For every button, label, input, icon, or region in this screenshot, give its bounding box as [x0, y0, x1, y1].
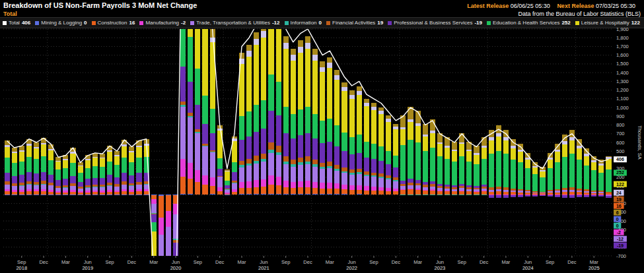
bar-segment[interactable] [400, 190, 406, 195]
bar-segment[interactable] [276, 28, 281, 82]
bar-segment[interactable] [341, 133, 347, 152]
bar-segment[interactable] [210, 194, 215, 195]
bar-segment[interactable] [136, 158, 141, 173]
bar-segment[interactable] [371, 177, 376, 187]
bar-segment[interactable] [19, 195, 24, 195]
bar-segment[interactable] [276, 152, 281, 156]
bar-segment[interactable] [225, 169, 230, 171]
bar-segment[interactable] [70, 163, 75, 176]
bar-segment[interactable] [408, 189, 413, 195]
bar-segment[interactable] [100, 185, 105, 187]
bar-segment[interactable] [291, 164, 296, 166]
bar-segment[interactable] [276, 194, 281, 195]
bar-segment[interactable] [371, 175, 376, 177]
bar-segment[interactable] [474, 189, 479, 191]
bar-segment[interactable] [386, 122, 391, 151]
bar-segment[interactable] [291, 194, 296, 195]
bar-segment[interactable] [459, 156, 464, 184]
bar-segment[interactable] [129, 183, 134, 186]
bar-segment[interactable] [415, 142, 421, 180]
bar-segment[interactable] [78, 193, 83, 195]
bar-segment[interactable] [591, 160, 596, 162]
bar-segment[interactable] [598, 192, 604, 193]
bar-segment[interactable] [511, 146, 516, 148]
bar-segment[interactable] [334, 189, 340, 194]
bar-segment[interactable] [34, 147, 39, 148]
bar-segment[interactable] [408, 185, 413, 189]
bar-segment[interactable] [261, 179, 266, 187]
bar-segment[interactable] [5, 181, 10, 184]
bar-segment[interactable] [482, 146, 487, 148]
bar-segment[interactable] [180, 159, 186, 176]
bar-segment[interactable] [195, 132, 200, 133]
bar-segment[interactable] [437, 184, 443, 187]
bar-segment[interactable] [291, 138, 296, 160]
bar-segment[interactable] [591, 170, 596, 191]
bar-segment[interactable] [254, 32, 259, 39]
bar-segment[interactable] [459, 144, 464, 156]
bar-segment[interactable] [364, 158, 369, 171]
bar-segment[interactable] [445, 191, 450, 195]
bar-segment[interactable] [12, 192, 17, 195]
bar-segment[interactable] [555, 162, 560, 189]
bar-segment[interactable] [180, 107, 186, 159]
bar-segment[interactable] [12, 153, 17, 162]
bar-segment[interactable] [606, 195, 611, 197]
bar-segment[interactable] [195, 133, 200, 170]
bar-segment[interactable] [518, 189, 523, 191]
bar-segment[interactable] [159, 235, 164, 273]
bar-segment[interactable] [283, 187, 289, 194]
bar-segment[interactable] [55, 191, 61, 193]
bar-segment[interactable] [151, 213, 157, 214]
bar-segment[interactable] [334, 165, 340, 169]
bar-segment[interactable] [327, 119, 332, 142]
bar-segment[interactable] [606, 157, 611, 159]
bar-segment[interactable] [503, 187, 509, 190]
bar-segment[interactable] [349, 99, 355, 137]
bar-segment[interactable] [100, 178, 105, 185]
bar-segment[interactable] [151, 222, 157, 231]
bar-segment[interactable] [202, 28, 207, 96]
bar-segment[interactable] [19, 150, 24, 152]
bar-segment[interactable] [298, 181, 303, 188]
bar-segment[interactable] [232, 192, 237, 195]
bar-segment[interactable] [305, 107, 310, 133]
bar-segment[interactable] [364, 103, 369, 106]
bar-segment[interactable] [100, 158, 105, 166]
bar-segment[interactable] [606, 169, 611, 191]
bar-segment[interactable] [415, 180, 421, 183]
bar-segment[interactable] [312, 194, 318, 195]
bar-segment[interactable] [341, 171, 347, 173]
bar-segment[interactable] [525, 160, 530, 168]
bar-segment[interactable] [144, 184, 149, 185]
bar-segment[interactable] [584, 166, 589, 189]
bar-segment[interactable] [532, 193, 538, 193]
bar-segment[interactable] [78, 182, 83, 187]
bar-segment[interactable] [151, 214, 157, 214]
bar-segment[interactable] [63, 159, 68, 160]
bar-segment[interactable] [136, 189, 141, 191]
bar-segment[interactable] [100, 193, 105, 195]
bar-segment[interactable] [518, 152, 523, 162]
bar-segment[interactable] [246, 111, 252, 136]
bar-segment[interactable] [232, 136, 237, 139]
bar-segment[interactable] [569, 137, 575, 140]
bar-segment[interactable] [548, 191, 553, 193]
bar-segment[interactable] [518, 191, 523, 192]
bar-segment[interactable] [503, 140, 509, 154]
bar-segment[interactable] [122, 173, 127, 181]
bar-segment[interactable] [452, 150, 457, 151]
bar-segment[interactable] [114, 177, 120, 185]
bar-segment[interactable] [26, 144, 32, 146]
bar-segment[interactable] [445, 189, 450, 191]
bar-segment[interactable] [503, 137, 509, 140]
bar-segment[interactable] [371, 103, 376, 107]
bar-segment[interactable] [85, 179, 90, 185]
bar-segment[interactable] [386, 164, 391, 176]
bar-segment[interactable] [268, 142, 273, 149]
bar-segment[interactable] [364, 171, 369, 175]
bar-segment[interactable] [327, 57, 332, 63]
bar-segment[interactable] [129, 190, 134, 192]
bar-segment[interactable] [5, 191, 10, 195]
bar-segment[interactable] [598, 195, 604, 197]
